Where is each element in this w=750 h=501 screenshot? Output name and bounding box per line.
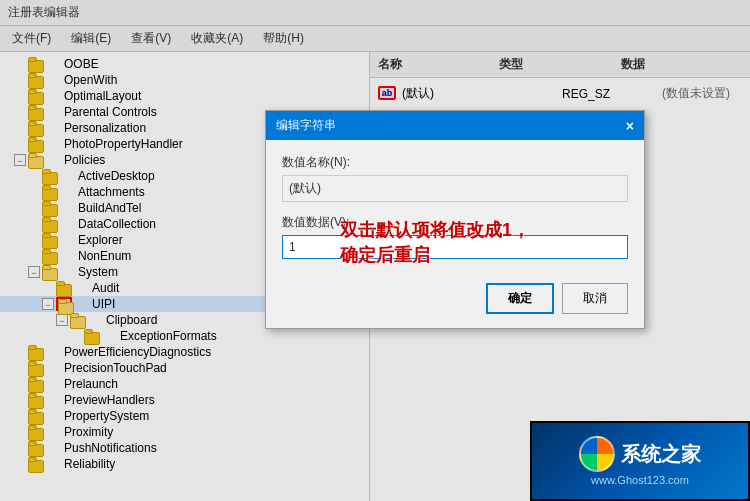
modal-cancel-button[interactable]: 取消 (562, 283, 628, 314)
annotation-line1: 双击默认项将值改成1， (340, 218, 530, 243)
annotation-line2: 确定后重启 (340, 243, 530, 268)
annotation-text: 双击默认项将值改成1， 确定后重启 (340, 218, 530, 268)
modal-name-value: (默认) (282, 175, 628, 202)
modal-title: 编辑字符串 (276, 117, 336, 134)
watermark-logo (579, 436, 615, 472)
modal-buttons: 确定 取消 (266, 273, 644, 328)
watermark-main: 系统之家 (579, 436, 701, 472)
watermark: 系统之家 www.Ghost123.com (530, 421, 750, 501)
modal-close-button[interactable]: × (626, 118, 634, 134)
modal-titlebar: 编辑字符串 × (266, 111, 644, 140)
modal-name-label: 数值名称(N): (282, 154, 628, 171)
watermark-url: www.Ghost123.com (591, 474, 689, 486)
modal-ok-button[interactable]: 确定 (486, 283, 554, 314)
watermark-site-name: 系统之家 (621, 441, 701, 468)
